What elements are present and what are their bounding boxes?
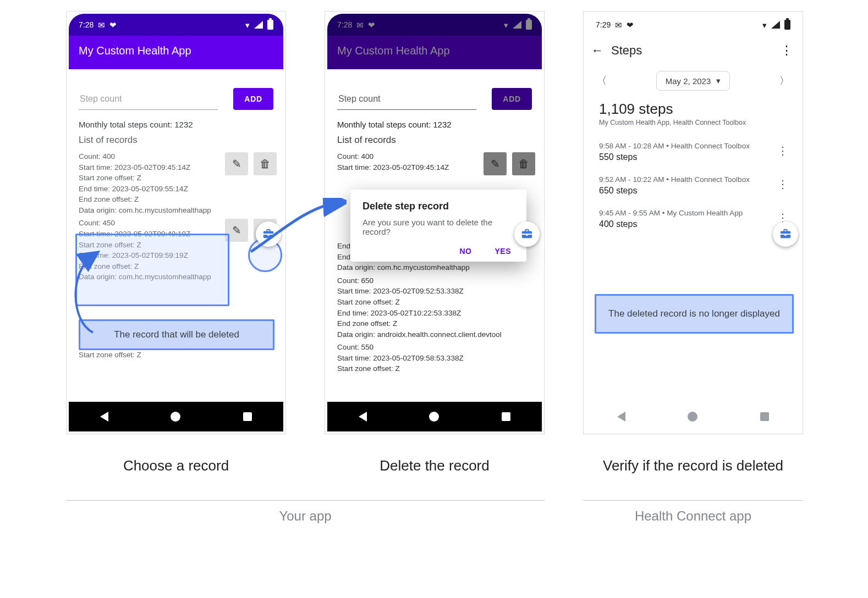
signal-icon: [513, 21, 521, 29]
phone-caption: Choose a record: [123, 446, 229, 485]
step-count-input[interactable]: Step count: [79, 91, 218, 110]
step-entry[interactable]: 9:52 AM - 10:22 AM • Health Connect Tool…: [586, 170, 800, 203]
app-title: My Custom Health App: [327, 36, 542, 69]
heart-icon: ❤: [109, 21, 117, 29]
status-bar: 7:28 ✉ ❤ ▾: [327, 14, 542, 36]
delete-button[interactable]: 🗑: [512, 152, 535, 175]
nav-back-icon[interactable]: [100, 412, 108, 422]
step-entry[interactable]: 9:45 AM - 9:55 AM • My Custom Health App…: [586, 203, 800, 237]
dialog-yes-button[interactable]: YES: [491, 246, 514, 256]
delete-confirm-dialog: Delete step record Are you sure you want…: [350, 190, 526, 262]
phone-verify-record: 7:29 ✉ ❤ ▾ ← Steps ⋮: [583, 11, 803, 485]
page-title: Steps: [611, 43, 642, 58]
signal-icon: [771, 21, 780, 29]
annotation-note: The deleted record is no longer displaye…: [595, 294, 794, 334]
nav-recent-icon[interactable]: [243, 412, 252, 421]
system-nav-bar: [586, 402, 800, 431]
phone-delete-record: 7:28 ✉ ❤ ▾ My Custom Health App: [325, 11, 545, 485]
battery-icon: [526, 20, 532, 30]
heart-icon: ❤: [368, 21, 375, 29]
phone-caption: Verify if the record is deleted: [603, 446, 783, 485]
list-header: List of records: [79, 135, 273, 146]
edit-button[interactable]: ✎: [225, 219, 248, 242]
status-time: 7:29: [596, 20, 611, 29]
dialog-body: Are you sure you want to delete the reco…: [362, 218, 514, 236]
nav-recent-icon[interactable]: [760, 412, 769, 421]
annotation-note: The record that will be deleted: [79, 319, 274, 350]
system-nav-bar: [327, 402, 542, 431]
mail-icon: ✉: [615, 21, 622, 29]
status-bar: 7:28 ✉ ❤ ▾: [69, 14, 283, 36]
battery-icon: [267, 20, 273, 30]
wifi-icon: ▾: [504, 21, 508, 29]
battery-icon: [784, 20, 790, 30]
nav-back-icon[interactable]: [359, 412, 367, 422]
signal-icon: [254, 21, 263, 29]
list-header: List of records: [337, 135, 532, 146]
system-nav-bar: [69, 402, 283, 431]
wifi-icon: ▾: [245, 21, 250, 29]
edit-button[interactable]: ✎: [484, 152, 507, 175]
monthly-total: Monthly total steps count: 1232: [79, 120, 273, 129]
status-time: 7:28: [337, 20, 352, 29]
record-item: Count: 650 Start time: 2023-05-02T09:52:…: [337, 275, 532, 342]
toolbox-fab[interactable]: [514, 222, 540, 247]
more-icon[interactable]: ⋮: [777, 144, 788, 157]
data-sources: My Custom Health App, Health Connect Too…: [586, 118, 800, 136]
dropdown-icon: ▾: [716, 76, 721, 86]
nav-home-icon[interactable]: [688, 412, 697, 422]
step-entry[interactable]: 9:58 AM - 10:28 AM • Health Connect Tool…: [586, 136, 800, 170]
nav-home-icon[interactable]: [171, 412, 180, 422]
total-steps: 1,109 steps: [586, 101, 800, 118]
date-picker[interactable]: May 2, 2023 ▾: [656, 71, 730, 91]
group-health-connect: Health Connect app: [583, 490, 803, 524]
mail-icon: ✉: [356, 21, 364, 29]
toolbox-fab[interactable]: [256, 222, 281, 247]
heart-icon: ❤: [627, 21, 634, 29]
mail-icon: ✉: [98, 21, 105, 29]
monthly-total: Monthly total steps count: 1232: [337, 120, 532, 129]
nav-recent-icon[interactable]: [502, 412, 510, 421]
prev-day-icon[interactable]: 〈: [597, 74, 607, 87]
nav-back-icon[interactable]: [617, 412, 625, 422]
nav-home-icon[interactable]: [429, 412, 439, 422]
add-button[interactable]: ADD: [492, 88, 532, 110]
dialog-title: Delete step record: [362, 201, 514, 212]
phone-caption: Delete the record: [380, 446, 489, 485]
delete-button[interactable]: 🗑: [254, 152, 277, 175]
edit-button[interactable]: ✎: [225, 152, 248, 175]
record-item: Count: 400 Start time: 2023-05-02T09:45:…: [79, 151, 273, 218]
app-title: My Custom Health App: [69, 36, 283, 69]
back-icon[interactable]: ←: [591, 43, 603, 58]
more-icon[interactable]: ⋮: [781, 43, 793, 58]
next-day-icon[interactable]: 〉: [779, 74, 789, 87]
toolbox-fab[interactable]: [773, 222, 798, 247]
status-bar: 7:29 ✉ ❤ ▾: [586, 14, 800, 36]
more-icon[interactable]: ⋮: [777, 178, 788, 191]
step-count-input[interactable]: Step count: [337, 91, 476, 110]
group-your-app: Your app: [66, 490, 545, 524]
record-item: Count: 450 Start time: 2023-05-02T09:49:…: [79, 218, 273, 284]
wifi-icon: ▾: [762, 21, 767, 29]
dialog-no-button[interactable]: NO: [456, 246, 475, 256]
add-button[interactable]: ADD: [233, 88, 273, 110]
phone-choose-record: 7:28 ✉ ❤ ▾ My Custom Health App: [66, 11, 286, 485]
status-time: 7:28: [79, 20, 94, 29]
record-item: Count: 550 Start time: 2023-05-02T09:58:…: [337, 342, 532, 376]
